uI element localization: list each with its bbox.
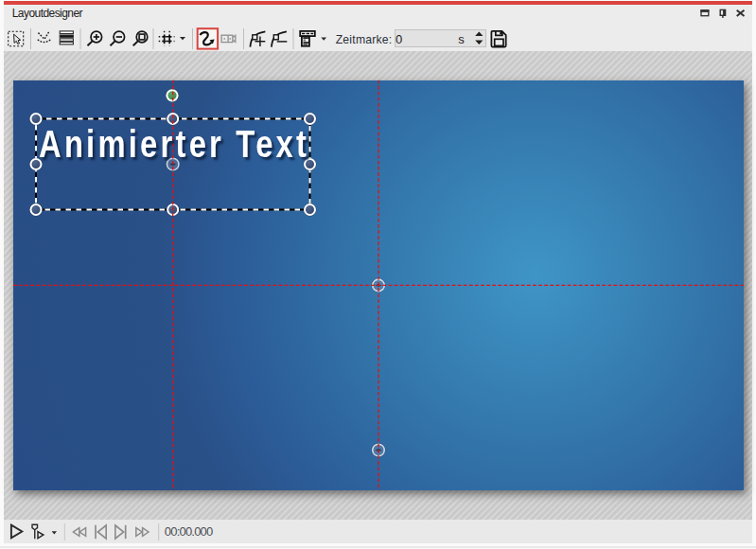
svg-text:00:00.000: 00:00.000 [165,524,213,539]
